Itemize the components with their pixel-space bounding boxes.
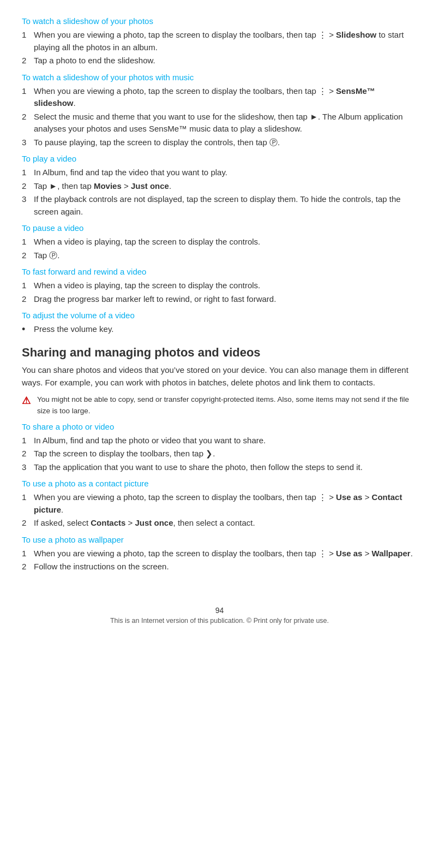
sections2-container: To share a photo or video1In Album, find… xyxy=(22,422,417,573)
list-item-text: Press the volume key. xyxy=(34,323,113,336)
list-item-text: Tap the screen to display the toolbars, … xyxy=(34,448,215,460)
list-item: 2Tap ►, then tap Movies > Just once. xyxy=(22,180,417,193)
list-item: 2Drag the progress bar marker left to re… xyxy=(22,293,417,306)
section-fast-forward-rewind: To fast forward and rewind a video1When … xyxy=(22,267,417,305)
list-number: 1 xyxy=(22,236,32,248)
list-pause-video: 1When a video is playing, tap the screen… xyxy=(22,236,417,261)
list-number: 2 xyxy=(22,180,32,193)
section-watch-slideshow-music: To watch a slideshow of your photos with… xyxy=(22,73,417,149)
list-item: •Press the volume key. xyxy=(22,323,417,336)
list-item: 2Tap the screen to display the toolbars,… xyxy=(22,448,417,460)
list-number: 1 xyxy=(22,167,32,179)
section-heading-watch-slideshow-music: To watch a slideshow of your photos with… xyxy=(22,73,417,82)
list-item-text: In Album, find and tap the photo or vide… xyxy=(34,435,266,447)
list-item-text: In Album, find and tap the video that yo… xyxy=(34,167,227,179)
list-item: 1In Album, find and tap the photo or vid… xyxy=(22,435,417,447)
list-item-text: Drag the progress bar marker left to rew… xyxy=(34,293,276,306)
list-watch-slideshow: 1When you are viewing a photo, tap the s… xyxy=(22,29,417,67)
list-number: 2 xyxy=(22,561,32,573)
intro-text: You can share photos and videos that you… xyxy=(22,364,417,389)
list-item: 1In Album, find and tap the video that y… xyxy=(22,167,417,179)
list-fast-forward-rewind: 1When a video is playing, tap the screen… xyxy=(22,280,417,305)
list-item: 2Tap Ⓟ. xyxy=(22,249,417,262)
list-item-text: Tap Ⓟ. xyxy=(34,249,60,262)
list-item: 3To pause playing, tap the screen to dis… xyxy=(22,136,417,149)
list-number: 2 xyxy=(22,517,32,530)
list-number: 1 xyxy=(22,29,32,53)
list-use-as-wallpaper: 1When you are viewing a photo, tap the s… xyxy=(22,548,417,573)
list-share-photo-video: 1In Album, find and tap the photo or vid… xyxy=(22,435,417,474)
list-item: 1When you are viewing a photo, tap the s… xyxy=(22,85,417,110)
note-text: You might not be able to copy, send or t… xyxy=(37,394,417,417)
list-item-text: When you are viewing a photo, tap the sc… xyxy=(34,85,417,110)
list-number: 3 xyxy=(22,461,32,474)
list-item-text: Tap the application that you want to use… xyxy=(34,461,363,474)
list-number: 2 xyxy=(22,293,32,306)
list-item-text: Select the music and theme that you want… xyxy=(34,111,417,135)
section-heading-use-as-wallpaper: To use a photo as wallpaper xyxy=(22,535,417,544)
list-item-text: Tap ►, then tap Movies > Just once. xyxy=(34,180,171,193)
list-item: 1When a video is playing, tap the screen… xyxy=(22,280,417,292)
section-heading-adjust-volume: To adjust the volume of a video xyxy=(22,311,417,320)
list-number: 3 xyxy=(22,193,32,218)
list-number: 2 xyxy=(22,111,32,135)
list-item: 3Tap the application that you want to us… xyxy=(22,461,417,474)
section-pause-video: To pause a video1When a video is playing… xyxy=(22,223,417,261)
list-number: 1 xyxy=(22,491,32,516)
list-item-text: Tap a photo to end the slideshow. xyxy=(34,55,155,67)
list-number: 1 xyxy=(22,280,32,292)
section-heading-pause-video: To pause a video xyxy=(22,223,417,233)
section-adjust-volume: To adjust the volume of a video•Press th… xyxy=(22,311,417,336)
list-adjust-volume: •Press the volume key. xyxy=(22,323,417,336)
list-number: 2 xyxy=(22,249,32,262)
list-item-text: Follow the instructions on the screen. xyxy=(34,561,169,573)
list-number: 2 xyxy=(22,55,32,67)
section-heading-watch-slideshow: To watch a slideshow of your photos xyxy=(22,16,417,26)
list-use-as-contact: 1When you are viewing a photo, tap the s… xyxy=(22,491,417,530)
list-item-text: When you are viewing a photo, tap the sc… xyxy=(34,491,417,516)
warning-icon: ⚠ xyxy=(22,395,33,407)
list-item-text: When a video is playing, tap the screen … xyxy=(34,280,260,292)
page-content: To watch a slideshow of your photos1When… xyxy=(22,16,417,625)
section-heading-fast-forward-rewind: To fast forward and rewind a video xyxy=(22,267,417,276)
list-item-text: If asked, select Contacts > Just once, t… xyxy=(34,517,255,530)
list-item-text: When you are viewing a photo, tap the sc… xyxy=(34,548,413,560)
list-item-text: When a video is playing, tap the screen … xyxy=(34,236,260,248)
list-number: 3 xyxy=(22,136,32,149)
list-item: 1When you are viewing a photo, tap the s… xyxy=(22,491,417,516)
bullet-icon: • xyxy=(22,323,32,336)
sections-container: To watch a slideshow of your photos1When… xyxy=(22,16,417,336)
list-item: 3If the playback controls are not displa… xyxy=(22,193,417,218)
big-heading: Sharing and managing photos and videos xyxy=(22,346,417,360)
section-heading-use-as-contact: To use a photo as a contact picture xyxy=(22,479,417,488)
list-item: 1When a video is playing, tap the screen… xyxy=(22,236,417,248)
footer-note: This is an Internet version of this publ… xyxy=(22,617,417,625)
list-number: 1 xyxy=(22,435,32,447)
section-use-as-contact: To use a photo as a contact picture1When… xyxy=(22,479,417,530)
list-play-video: 1In Album, find and tap the video that y… xyxy=(22,167,417,218)
section-share-photo-video: To share a photo or video1In Album, find… xyxy=(22,422,417,474)
list-number: 2 xyxy=(22,448,32,460)
list-item-text: When you are viewing a photo, tap the sc… xyxy=(34,29,417,53)
list-item: 1When you are viewing a photo, tap the s… xyxy=(22,29,417,53)
list-item-text: To pause playing, tap the screen to disp… xyxy=(34,136,280,149)
section-watch-slideshow: To watch a slideshow of your photos1When… xyxy=(22,16,417,67)
section-heading-play-video: To play a video xyxy=(22,154,417,163)
list-number: 1 xyxy=(22,85,32,110)
list-item: 1When you are viewing a photo, tap the s… xyxy=(22,548,417,560)
list-watch-slideshow-music: 1When you are viewing a photo, tap the s… xyxy=(22,85,417,149)
list-item: 2If asked, select Contacts > Just once, … xyxy=(22,517,417,530)
list-item-text: If the playback controls are not display… xyxy=(34,193,417,218)
list-item: 2Follow the instructions on the screen. xyxy=(22,561,417,573)
section-heading-share-photo-video: To share a photo or video xyxy=(22,422,417,431)
page-footer: 94 This is an Internet version of this p… xyxy=(22,606,417,625)
list-number: 1 xyxy=(22,548,32,560)
section-play-video: To play a video1In Album, find and tap t… xyxy=(22,154,417,218)
list-item: 2Select the music and theme that you wan… xyxy=(22,111,417,135)
section-use-as-wallpaper: To use a photo as wallpaper1When you are… xyxy=(22,535,417,573)
page-number: 94 xyxy=(22,606,417,615)
list-item: 2Tap a photo to end the slideshow. xyxy=(22,55,417,67)
note-box: ⚠ You might not be able to copy, send or… xyxy=(22,394,417,417)
